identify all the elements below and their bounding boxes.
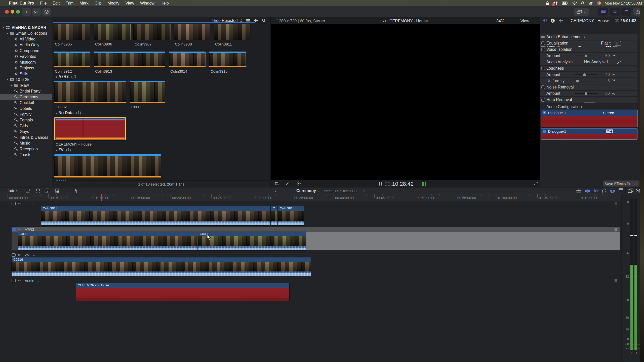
checkbox-voice-isolation[interactable] [541,48,545,51]
clip-appearance-filmstrip-icon[interactable] [254,19,258,22]
color-app-icon[interactable] [597,1,601,6]
component-checkbox[interactable]: ✓ [543,111,546,114]
browser-clip-c2616[interactable] [54,154,161,177]
audio-skimming-toggle[interactable] [585,189,590,193]
show-inspector-button[interactable] [621,8,631,16]
wifi-icon[interactable] [572,1,577,6]
track-options-icon[interactable]: ☰ [614,202,618,206]
previous-item-button[interactable]: ‹ [275,188,276,194]
enhancements-popup[interactable] [285,181,290,186]
sidebar-item-bridal-party[interactable]: Bridal Party [0,88,52,94]
sidebar-item-guys[interactable]: Guys [0,129,52,134]
track-options-icon[interactable]: ☰ [614,228,618,231]
audio-component-header[interactable]: ✓Dialogue-1⌄2 ◀ [541,128,637,134]
audio-component-header[interactable]: ✓Dialogue-1Stereo ⌄ [541,110,637,116]
browser-group-header-no-data[interactable]: ▼No Data(1) [54,111,81,115]
browser-clip-colin3915[interactable] [209,52,246,67]
track-name[interactable]: Audio [25,279,34,283]
checkbox-equalization[interactable] [541,41,545,45]
track-header-audio[interactable]: Audio⌄☰ [0,278,621,283]
solo-toggle[interactable] [602,188,607,193]
browser-clip-colin3908[interactable] [174,24,210,40]
keywords-button[interactable] [32,8,41,16]
sidebar-item-details[interactable]: Details [0,106,52,111]
tool-popup[interactable] [74,189,78,193]
track-name[interactable]: A7R3 [25,227,34,232]
slider-amount[interactable] [575,93,598,94]
next-item-button[interactable]: › [363,188,365,194]
sidebar-item-10-6-25[interactable]: ▼★!10-6-25 [0,77,52,82]
sidebar-item-intros-dances[interactable]: Intros & Dances [0,134,52,140]
menu-final-cut-pro[interactable]: Final Cut Pro [6,1,37,6]
audio-monitor-icon[interactable] [17,228,21,231]
control-center-icon[interactable] [589,1,593,6]
component-waveform-area[interactable] [541,134,637,140]
sidebar-item-stills[interactable]: Stills [0,71,52,77]
video-monitor-icon[interactable] [12,279,16,282]
search-icon[interactable] [262,19,266,23]
timeline-clip-c0003[interactable]: C0003 [198,232,306,250]
background-tasks-button[interactable] [42,8,51,16]
filter-popup[interactable]: Hide Rejected [212,18,242,23]
track-options-icon[interactable]: ☰ [614,279,618,283]
timeline-history-popup[interactable]: Ceremony ⌄ [296,189,319,193]
mini-audio-meters[interactable] [422,182,426,186]
save-effects-preset-button[interactable]: Save Effects Preset [603,180,639,187]
effects-browser-button[interactable] [618,188,623,193]
insert-edit-button[interactable] [36,189,40,193]
sidebar-item-girls[interactable]: Girls [0,123,52,129]
disclosure-triangle-icon[interactable]: ▼ [54,112,58,115]
transitions-browser-button[interactable] [635,189,640,193]
sidebar-item--raw[interactable]: ▶!Raw [0,82,52,88]
lock-icon[interactable] [546,1,549,6]
slider-value[interactable]: 50 [605,91,610,96]
browser-clip-colin3911[interactable] [214,24,250,40]
track-header-zv[interactable]: ZV⌄☰ [0,252,621,257]
browser-clip-colin3912[interactable] [54,52,90,67]
connect-edit-button[interactable] [26,189,31,193]
audio-config-row-1[interactable]: ✓Dialogue-1Stereo ⌄ [541,110,637,127]
browser-clip-colin3906[interactable] [94,24,131,40]
disclosure-triangle-icon[interactable]: ▼ [54,149,58,152]
append-edit-button[interactable] [55,189,59,193]
import-media-button[interactable]: ↓ [22,8,31,16]
timeline-clip-c2616[interactable]: C2616 [12,257,311,276]
timeline-clip-ceremony-house[interactable]: CEREMONY - House [76,283,289,301]
clip-appearance-list-icon[interactable] [246,19,250,22]
chevron-down-icon[interactable]: ⌄ [64,189,67,192]
track-name[interactable]: ZV [25,253,29,257]
workspace-display-button[interactable]: ⌄ [574,8,589,16]
browser-clip-colin3905[interactable] [54,24,90,40]
crop-tool-popup[interactable] [275,182,279,186]
disclosure-triangle-icon[interactable]: ▼ [6,78,10,81]
browser-clip-colin3907[interactable] [133,24,171,40]
browser-clip-c0003[interactable] [130,81,165,103]
show-timeline-button[interactable] [610,8,620,16]
sidebar-item-audio-only[interactable]: Audio Only [0,42,52,48]
battery-icon[interactable] [562,1,568,6]
snapping-toggle[interactable] [610,188,615,193]
index-button[interactable]: Index [8,189,17,193]
slider-thumb[interactable] [576,80,579,82]
menu-clip[interactable]: Clip [92,1,105,6]
fullscreen-icon[interactable] [534,182,538,186]
close-window-button[interactable] [5,10,9,14]
track-name[interactable]: … [25,202,28,206]
browser-group-header-zv[interactable]: ▼ZV(1) [54,148,71,152]
menu-edit[interactable]: Edit [50,1,63,6]
video-monitor-icon[interactable] [12,228,16,231]
sidebar-item-smart-collections[interactable]: ▼Smart Collections [0,30,52,36]
sidebar-item-fomals[interactable]: Fomals [0,117,52,123]
sidebar-item-reception[interactable]: Reception [0,146,52,152]
timeline-clip-c-[interactable]: C… [271,206,277,225]
sidebar-item-vienna-nadar[interactable]: ▼★★★★VIENNA & NADAR [0,25,52,30]
browser-clip-colin3913[interactable] [94,52,165,67]
slider-thumb[interactable] [583,73,586,76]
chevron-down-icon[interactable]: ⌄ [80,189,82,192]
component-checkbox[interactable]: ✓ [543,130,546,133]
audio-monitor-icon[interactable] [17,253,21,256]
menu-modify[interactable]: Modify [104,1,122,6]
timeline-clip-colin3913[interactable]: Colin3913 [41,206,270,225]
audio-config-row-2[interactable]: ✓Dialogue-1⌄2 ◀ [541,128,637,140]
timeline-ruler[interactable]: 00:00:00:0000:05:00:0000:10:00:0000:15:0… [0,194,621,201]
